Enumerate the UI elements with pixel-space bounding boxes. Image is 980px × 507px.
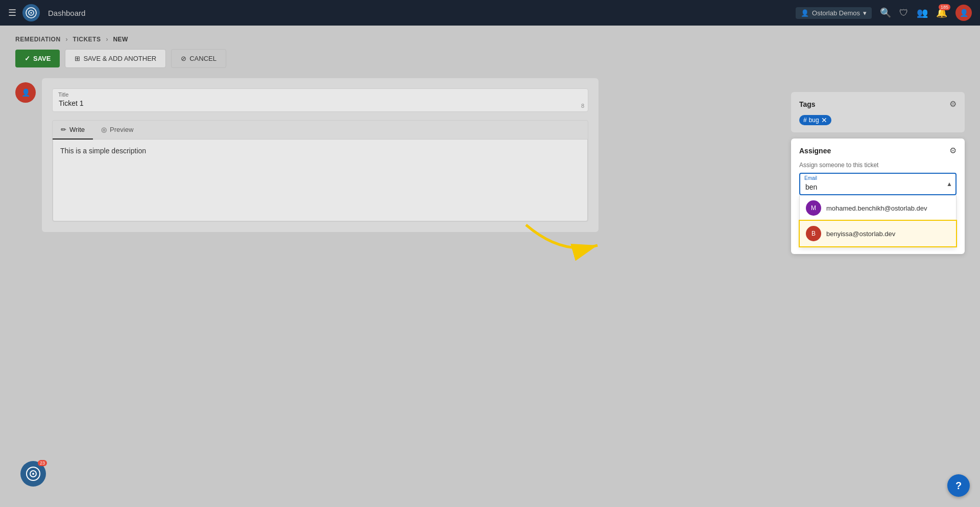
- workspace-chevron-icon: ▾: [863, 9, 867, 17]
- app-logo: [22, 4, 40, 21]
- assignee-description: Assign someone to this ticket: [799, 162, 957, 169]
- assignee-section: Assignee ⚙ Assign someone to this ticket…: [791, 139, 965, 254]
- cancel-icon: ⊘: [181, 55, 186, 62]
- breadcrumb-tickets[interactable]: TICKETS: [73, 36, 101, 43]
- user-avatar-mohamed: M: [806, 200, 821, 216]
- breadcrumb-sep-2: ›: [106, 36, 108, 43]
- tags-section: Tags ⚙ # bug ✕: [791, 92, 965, 132]
- main-content: REMEDIATION › TICKETS › NEW ✓ SAVE ⊞ SAV…: [0, 26, 980, 507]
- preview-icon: ◎: [101, 126, 107, 133]
- email-input[interactable]: [799, 173, 957, 195]
- tag-bug: # bug ✕: [799, 115, 831, 125]
- help-button[interactable]: ?: [947, 474, 970, 497]
- user-avatar-ben: B: [806, 226, 821, 241]
- char-count: 8: [581, 103, 584, 109]
- form-card: Title 8 ✏ Write ◎ Preview This i: [42, 78, 599, 232]
- breadcrumb-new: NEW: [113, 36, 128, 43]
- assignee-option-1[interactable]: M mohamed.benchikh@ostorlab.dev: [800, 195, 956, 221]
- cancel-button[interactable]: ⊘ CANCEL: [171, 49, 226, 68]
- user-email-2: benyissa@ostorlab.dev: [826, 230, 895, 238]
- notification-badge: 185: [939, 4, 950, 10]
- assignee-dropdown: M mohamed.benchikh@ostorlab.dev B benyis…: [799, 195, 957, 247]
- breadcrumb: REMEDIATION › TICKETS › NEW: [0, 26, 980, 49]
- user-avatar[interactable]: 👤: [955, 5, 972, 21]
- tags-list: # bug ✕: [799, 115, 957, 125]
- bottom-badge: 23: [38, 460, 47, 466]
- tag-label: bug: [809, 117, 819, 124]
- workspace-selector[interactable]: 👤 Ostorlab Demos ▾: [796, 7, 872, 19]
- assignee-gear-icon[interactable]: ⚙: [949, 146, 957, 155]
- shield-icon[interactable]: 🛡: [899, 8, 909, 18]
- assignee-header: Assignee ⚙: [799, 146, 957, 155]
- tags-header: Tags ⚙: [799, 99, 957, 109]
- tags-title: Tags: [799, 100, 816, 108]
- description-area[interactable]: This is a simple description: [53, 140, 588, 221]
- svg-point-2: [31, 12, 32, 14]
- workspace-label: Ostorlab Demos: [812, 9, 860, 17]
- tab-write[interactable]: ✏ Write: [53, 121, 93, 140]
- save-label: SAVE: [33, 55, 51, 62]
- workspace-icon: 👤: [801, 9, 809, 17]
- assignee-option-2[interactable]: B benyissa@ostorlab.dev: [800, 221, 956, 246]
- tag-close-button[interactable]: ✕: [821, 117, 827, 124]
- editor-tabs: ✏ Write ◎ Preview: [53, 121, 588, 140]
- cancel-label: CANCEL: [189, 55, 217, 62]
- breadcrumb-sep-1: ›: [66, 36, 68, 43]
- save-button[interactable]: ✓ SAVE: [15, 50, 60, 67]
- user-form-avatar: 👤: [15, 82, 36, 103]
- app-title: Dashboard: [48, 9, 85, 17]
- check-icon: ✓: [25, 55, 30, 62]
- email-dropdown-arrow-icon: ▲: [946, 180, 952, 188]
- contacts-icon[interactable]: 👥: [917, 7, 928, 18]
- tags-gear-icon[interactable]: ⚙: [949, 99, 957, 109]
- save-add-icon: ⊞: [75, 55, 80, 62]
- email-input-wrapper: Email ▲: [799, 173, 957, 195]
- email-input-label: Email: [804, 175, 817, 181]
- search-button[interactable]: 🔍: [880, 7, 891, 18]
- right-panel: Tags ⚙ # bug ✕ Assignee ⚙ Assign someone…: [791, 92, 965, 254]
- title-label: Title: [58, 91, 68, 98]
- description-text: This is a simple description: [60, 147, 146, 155]
- notifications-button[interactable]: 🔔 185: [936, 7, 947, 18]
- hamburger-menu-icon[interactable]: ☰: [8, 7, 16, 18]
- tab-write-label: Write: [69, 126, 85, 133]
- assignee-title: Assignee: [799, 147, 831, 155]
- save-add-another-button[interactable]: ⊞ SAVE & ADD ANOTHER: [65, 49, 166, 68]
- top-navigation: ☰ Dashboard 👤 Ostorlab Demos ▾ 🔍 🛡 👥 🔔 1…: [0, 0, 980, 26]
- write-icon: ✏: [61, 126, 66, 133]
- title-input[interactable]: [52, 88, 588, 112]
- action-bar: ✓ SAVE ⊞ SAVE & ADD ANOTHER ⊘ CANCEL: [0, 49, 980, 78]
- bottom-logo[interactable]: 23: [20, 461, 46, 487]
- topnav-right-section: 👤 Ostorlab Demos ▾ 🔍 🛡 👥 🔔 185 👤: [796, 5, 972, 21]
- tag-hash-icon: #: [803, 117, 807, 124]
- breadcrumb-remediation[interactable]: REMEDIATION: [15, 36, 61, 43]
- save-add-label: SAVE & ADD ANOTHER: [83, 55, 156, 62]
- svg-point-6: [32, 473, 34, 475]
- title-field-group: Title 8: [52, 88, 588, 112]
- tab-preview-label: Preview: [110, 126, 133, 133]
- help-label: ?: [955, 480, 962, 492]
- tab-preview[interactable]: ◎ Preview: [93, 121, 141, 140]
- user-email-1: mohamed.benchikh@ostorlab.dev: [826, 204, 927, 212]
